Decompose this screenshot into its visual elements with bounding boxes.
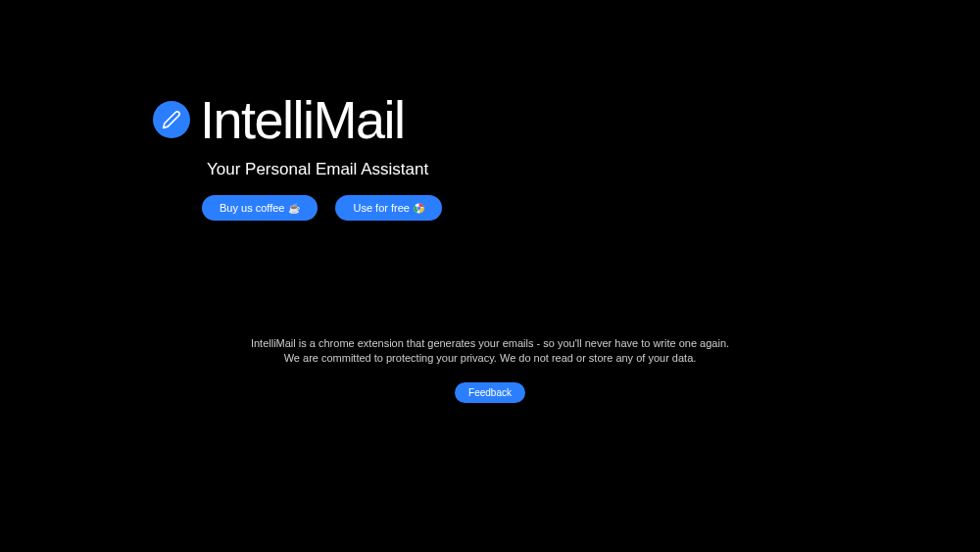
logo-title-row: IntelliMail: [153, 93, 442, 146]
buy-coffee-label: Buy us coffee: [220, 202, 284, 214]
footer-line-1: IntelliMail is a chrome extension that g…: [0, 336, 980, 351]
footer-line-2: We are committed to protecting your priv…: [0, 351, 980, 366]
footer-text: IntelliMail is a chrome extension that g…: [0, 336, 980, 367]
use-free-label: Use for free: [353, 202, 409, 214]
app-title: IntelliMail: [200, 93, 405, 146]
pencil-icon: [162, 110, 181, 129]
hero-section: IntelliMail Your Personal Email Assistan…: [153, 93, 442, 221]
button-row: Buy us coffee ☕ Use for free: [202, 195, 442, 221]
use-free-button[interactable]: Use for free: [335, 195, 441, 221]
buy-coffee-button[interactable]: Buy us coffee ☕: [202, 195, 318, 221]
footer-section: IntelliMail is a chrome extension that g…: [0, 336, 980, 403]
feedback-button[interactable]: Feedback: [455, 382, 525, 403]
subtitle: Your Personal Email Assistant: [207, 160, 442, 179]
chrome-icon: [414, 203, 424, 214]
coffee-icon: ☕: [288, 203, 300, 214]
logo-circle: [153, 101, 190, 138]
